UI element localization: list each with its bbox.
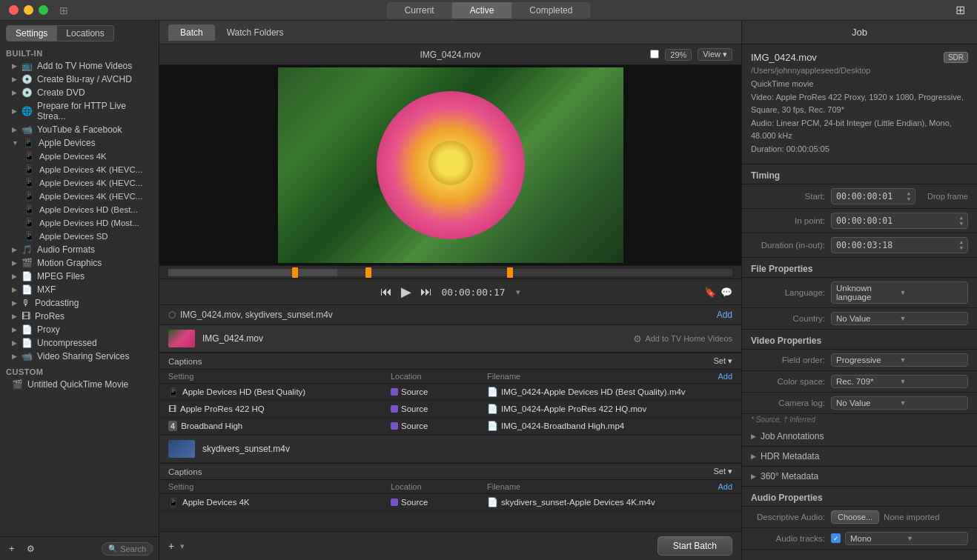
skip-back-button[interactable]: ⏮ — [380, 285, 392, 299]
maximize-button[interactable] — [39, 5, 48, 15]
sidebar-tab-locations[interactable]: Locations — [57, 25, 113, 41]
sidebar-item-apple-4k-hevc3[interactable]: 📱 Apple Devices 4K (HEVC... — [0, 190, 159, 203]
sidebar-item-proxy[interactable]: ▶ 📄 Proxy — [0, 323, 159, 336]
field-order-dropdown[interactable]: Progressive ▼ — [831, 353, 968, 367]
start-time-field[interactable]: 00:00:00:01 ▲▼ — [831, 188, 915, 204]
audio-tracks-value: ✓ Mono ▼ — [831, 532, 968, 545]
duration-time-field[interactable]: 00:00:03:18 ▲▼ — [831, 237, 968, 253]
choose-button[interactable]: Choose... — [831, 510, 879, 524]
sidebar-item-mxf[interactable]: ▶ 📄 MXF — [0, 283, 159, 296]
sidebar-item-bluray[interactable]: ▶ 💿 Create Blu-ray / AVCHD — [0, 73, 159, 86]
time-dropdown-arrow[interactable]: ▾ — [516, 287, 520, 297]
sidebar-tab-settings[interactable]: Settings — [6, 25, 57, 41]
descriptive-audio-value: Choose... None imported — [831, 510, 968, 524]
country-dropdown[interactable]: No Value ▼ — [831, 312, 968, 325]
duration-stepper[interactable]: ▲▼ — [960, 239, 963, 251]
color-space-row: Color space: Rec. 709* ▼ — [742, 371, 977, 393]
play-button[interactable]: ▶ — [401, 284, 411, 300]
sidebar-item-apple-4k-hevc2[interactable]: 📱 Apple Devices 4K (HEVC... — [0, 176, 159, 190]
start-stepper[interactable]: ▲▼ — [907, 190, 910, 202]
device-icon-1: 📱 — [168, 387, 179, 397]
preview-filename: IMG_0424.mov — [420, 50, 480, 60]
layout-icon[interactable]: ⊞ — [59, 4, 68, 16]
expand-arrow: ▶ — [12, 353, 17, 360]
audio-tracks-checkbox[interactable]: ✓ — [831, 533, 841, 543]
file-row-2[interactable]: skydivers_sunset.m4v — [159, 435, 741, 463]
field-order-row: Field order: Progressive ▼ — [742, 350, 977, 371]
minimize-button[interactable] — [24, 5, 33, 15]
tab-batch[interactable]: Batch — [168, 24, 215, 41]
sidebar-item-apple-devices[interactable]: ▼ 📱 Apple Devices — [0, 136, 159, 150]
checkbox-container — [650, 50, 659, 60]
view-button[interactable]: View ▾ — [698, 48, 732, 61]
col-filename-label: Filename — [487, 372, 718, 381]
timeline-marker-out[interactable] — [507, 267, 513, 278]
audio-tracks-row: Audio tracks: ✓ Mono ▼ — [742, 528, 977, 550]
gear-button[interactable]: ⚙ — [24, 541, 38, 556]
sidebar-item-video-sharing[interactable]: ▶ 📹 Video Sharing Services — [0, 350, 159, 363]
sidebar-item-youtube[interactable]: ▶ 📹 YouTube & Facebook — [0, 123, 159, 136]
audio-tracks-dropdown[interactable]: Mono ▼ — [845, 532, 968, 545]
in-point-time-field[interactable]: 00:00:00:01 ▲▼ — [831, 213, 968, 229]
tab-active[interactable]: Active — [452, 2, 512, 19]
360-metadata-label: 360° Metadata — [761, 471, 818, 481]
timeline-marker-play[interactable] — [365, 267, 371, 278]
camera-log-dropdown[interactable]: No Value ▼ — [831, 396, 968, 410]
close-button[interactable] — [9, 5, 19, 15]
sidebar-item-audio-formats[interactable]: ▶ 🎵 Audio Formats — [0, 243, 159, 256]
expand-arrow: ▶ — [12, 89, 17, 96]
sidebar-label: Motion Graphics — [37, 258, 102, 268]
sidebar-item-apple-hd-most[interactable]: 📱 Apple Devices HD (Most... — [0, 216, 159, 230]
file-action-1[interactable]: ⚙ Add to TV Home Videos — [633, 333, 732, 344]
sidebar-item-apple-4k-hevc1[interactable]: 📱 Apple Devices 4K (HEVC... — [0, 163, 159, 176]
job-annotations-section[interactable]: ▶ Job Annotations — [742, 427, 977, 447]
zoom-button[interactable]: 29% — [665, 49, 692, 61]
set-button-1[interactable]: Set ▾ — [713, 356, 732, 366]
tab-completed[interactable]: Completed — [511, 2, 590, 19]
sidebar-item-add-tv[interactable]: ▶ 📺 Add to TV Home Videos — [0, 59, 159, 73]
sidebar-item-motion[interactable]: ▶ 🎬 Motion Graphics — [0, 256, 159, 270]
start-batch-button[interactable]: Start Batch — [658, 536, 732, 556]
timeline-area[interactable] — [159, 265, 741, 279]
language-value: Unknown language ▼ — [831, 281, 968, 304]
sidebar-item-http[interactable]: ▶ 🌐 Prepare for HTTP Live Strea... — [0, 99, 159, 123]
col-add-button-1[interactable]: Add — [718, 372, 732, 381]
right-panel-header: Job — [742, 21, 977, 44]
sidebar-item-uncompressed[interactable]: ▶ 📄 Uncompressed — [0, 336, 159, 350]
output-row-1-3[interactable]: 4 Broadband High Source 📄 IMG_0424-Broad… — [159, 418, 741, 435]
expand-arrow: ▶ — [12, 259, 17, 267]
sidebar-item-untitled-qt[interactable]: 🎬 Untitled QuickTime Movie — [0, 378, 159, 391]
file-row-1[interactable]: IMG_0424.mov ⚙ Add to TV Home Videos — [159, 325, 741, 353]
timeline-marker-in[interactable] — [292, 267, 298, 278]
dropdown-arrow[interactable]: ▾ — [180, 541, 185, 551]
col-add-button-2[interactable]: Add — [718, 482, 732, 491]
sidebar-item-apple-hd-best[interactable]: 📱 Apple Devices HD (Best... — [0, 203, 159, 216]
set-button-2[interactable]: Set ▾ — [713, 467, 732, 476]
add-preset-button[interactable]: + — [6, 541, 18, 556]
batch-file-1-add-button[interactable]: Add — [717, 310, 732, 320]
in-point-stepper[interactable]: ▲▼ — [960, 215, 963, 227]
output-row-1-1[interactable]: 📱 Apple Devices HD (Best Quality) Source… — [159, 384, 741, 401]
search-box[interactable]: 🔍 Search — [102, 542, 153, 556]
audio-tracks-label: Audio tracks: — [751, 534, 825, 543]
sidebar-item-apple-sd[interactable]: 📱 Apple Devices SD — [0, 230, 159, 243]
sidebar-item-dvd[interactable]: ▶ 💿 Create DVD — [0, 86, 159, 99]
color-space-dropdown[interactable]: Rec. 709* ▼ — [831, 375, 968, 388]
language-dropdown[interactable]: Unknown language ▼ — [831, 281, 968, 304]
hdr-metadata-section[interactable]: ▶ HDR Metadata — [742, 447, 977, 467]
tab-watch-folders[interactable]: Watch Folders — [215, 24, 296, 41]
tab-current[interactable]: Current — [387, 2, 452, 19]
sidebar-item-apple-4k[interactable]: 📱 Apple Devices 4K — [0, 150, 159, 163]
sidebar-item-podcasting[interactable]: ▶ 🎙 Podcasting — [0, 296, 159, 310]
sidebar-item-mpeg[interactable]: ▶ 📄 MPEG Files — [0, 270, 159, 283]
360-metadata-section[interactable]: ▶ 360° Metadata — [742, 467, 977, 487]
output-row-2-1[interactable]: 📱 Apple Devices 4K Source 📄 skydivers_su… — [159, 494, 741, 511]
skip-forward-button[interactable]: ⏭ — [420, 285, 432, 299]
bookmark-button[interactable]: 🔖 — [704, 287, 716, 298]
layout-toggle-button[interactable]: ⊞ — [953, 1, 968, 19]
output-row-1-2[interactable]: 🎞 Apple ProRes 422 HQ Source 📄 IMG_0424-… — [159, 401, 741, 418]
add-file-button[interactable]: + — [168, 540, 174, 552]
annotation-button[interactable]: 💬 — [721, 287, 732, 298]
sidebar-item-prores[interactable]: ▶ 🎞 ProRes — [0, 310, 159, 323]
preview-checkbox[interactable] — [650, 50, 659, 59]
